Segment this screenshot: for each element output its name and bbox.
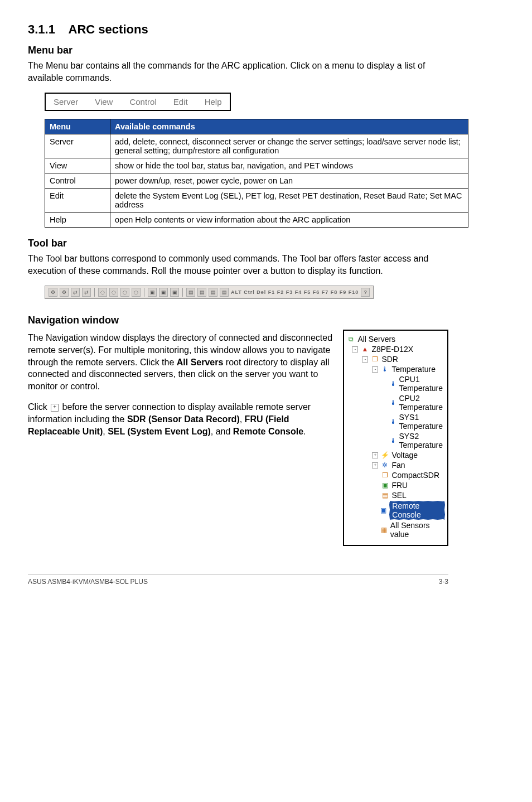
toolbar-icon[interactable]: ⇄ xyxy=(71,288,80,297)
sdr-icon: ❐ xyxy=(370,355,379,364)
console-icon: ▣ xyxy=(380,506,388,515)
toolbar-icon[interactable]: ◌ xyxy=(98,288,107,297)
section-title: ARC sections xyxy=(69,22,148,36)
tree-server[interactable]: - ▲ Z8PE-D12X xyxy=(346,344,445,354)
toolbar-icon[interactable]: ▤ xyxy=(186,288,195,297)
sel-bold: SEL (System Event Log) xyxy=(108,427,211,436)
cell-menu: View xyxy=(45,158,110,173)
thermometer-icon: 🌡 xyxy=(390,417,396,426)
tree-label: Fan xyxy=(391,461,405,470)
thermometer-icon: 🌡 xyxy=(390,436,396,445)
footer-right: 3-3 xyxy=(439,578,448,586)
collapse-icon[interactable]: - xyxy=(372,366,378,373)
remote-console-bold: Remote Console xyxy=(233,427,303,436)
table-row: Server add, delete, connect, disconnect … xyxy=(45,134,468,158)
tree-sys1[interactable]: 🌡 SYS1 Temperature xyxy=(346,412,445,431)
tree-compactsdr[interactable]: ❐ CompactSDR xyxy=(346,470,445,480)
fan-icon: ✲ xyxy=(380,461,389,470)
expand-icon[interactable]: + xyxy=(372,462,378,468)
table-row: View show or hide the tool bar, status b… xyxy=(45,158,468,173)
toolbar-separator xyxy=(144,288,144,297)
tree-sel[interactable]: ▤ SEL xyxy=(346,490,445,500)
navigation-p1: The Navigation window displays the direc… xyxy=(28,332,338,392)
collapse-icon[interactable]: - xyxy=(362,356,368,363)
toolbar-icon[interactable]: ▤ xyxy=(197,288,206,297)
toolbar-separator xyxy=(94,288,95,297)
menu-view[interactable]: View xyxy=(95,97,113,107)
tree-label: SYS1 Temperature xyxy=(399,413,445,431)
table-row: Edit delete the System Event Log (SEL), … xyxy=(45,189,468,212)
tree-label: All Servers xyxy=(357,335,395,344)
tree-label: CPU2 Temperature xyxy=(399,394,445,412)
tree-label: Temperature xyxy=(391,365,436,374)
cell-menu: Server xyxy=(45,134,110,158)
text: , xyxy=(103,427,108,436)
tree-label: Voltage xyxy=(391,451,418,460)
menu-help[interactable]: Help xyxy=(205,97,222,107)
tree-label: CompactSDR xyxy=(391,471,439,480)
tree-label: SEL xyxy=(391,491,406,500)
tree-sys2[interactable]: 🌡 SYS2 Temperature xyxy=(346,431,445,450)
menu-edit[interactable]: Edit xyxy=(173,97,188,107)
all-servers-bold: All Servers xyxy=(177,357,224,367)
tree-cpu2[interactable]: 🌡 CPU2 Temperature xyxy=(346,393,445,412)
expand-icon[interactable]: + xyxy=(372,452,378,458)
toolbar-body: The Tool bar buttons correspond to commo… xyxy=(28,253,448,277)
tree-label: CPU1 Temperature xyxy=(399,375,445,393)
tree-fru[interactable]: ▣ FRU xyxy=(346,480,445,490)
tree-label: SDR xyxy=(381,355,398,364)
page-footer: ASUS ASMB4-iKVM/ASMB4-SOL PLUS 3-3 xyxy=(28,574,448,586)
toolbar-icon[interactable]: ◌ xyxy=(132,288,141,297)
sel-icon: ▤ xyxy=(380,491,389,500)
text: . xyxy=(303,427,306,436)
commands-table: Menu Available commands Server add, dele… xyxy=(45,119,468,228)
tree-sdr[interactable]: - ❐ SDR xyxy=(346,354,445,364)
toolbar-icon[interactable]: ▣ xyxy=(159,288,168,297)
tree-label: SYS2 Temperature xyxy=(399,432,445,450)
tree-all-sensors[interactable]: ▦ All Sensors value xyxy=(346,520,445,539)
toolbar-icon[interactable]: ⚙ xyxy=(49,288,57,297)
toolbar-icon[interactable]: ⇄ xyxy=(82,288,91,297)
tree-remote-console[interactable]: ▣ Remote Console xyxy=(346,500,445,520)
th-avail: Available commands xyxy=(110,119,468,134)
collapse-icon[interactable]: - xyxy=(352,346,358,352)
toolbar-icon[interactable]: ▤ xyxy=(220,288,229,297)
toolbar-icon[interactable]: ◌ xyxy=(109,288,118,297)
toolbar-separator xyxy=(182,288,183,297)
tree-fan[interactable]: + ✲ Fan xyxy=(346,460,445,470)
csdr-icon: ❐ xyxy=(380,471,389,480)
toolbar-title: Tool bar xyxy=(28,238,448,249)
thermometer-icon: 🌡 xyxy=(390,379,396,388)
tree-root[interactable]: ⧉ All Servers xyxy=(346,334,445,344)
plus-icon: + xyxy=(51,404,59,412)
section-heading: 3.1.1 ARC sections xyxy=(28,22,448,37)
cell-desc: power down/up, reset, power cycle, power… xyxy=(110,173,468,189)
table-row: Help open Help contents or view informat… xyxy=(45,212,468,228)
tree-voltage[interactable]: + ⚡ Voltage xyxy=(346,450,445,460)
cell-desc: delete the System Event Log (SEL), PET l… xyxy=(110,189,468,212)
toolbar-key-labels: ALT Ctrl Del F1 F2 F3 F4 F5 F6 F7 F8 F9 … xyxy=(231,289,359,295)
menubar-screenshot: Server View Control Edit Help xyxy=(45,93,231,111)
toolbar-icon[interactable]: ⚙ xyxy=(60,288,69,297)
tree-label: FRU xyxy=(391,481,408,490)
server-icon: ▲ xyxy=(360,345,369,354)
toolbar-icon[interactable]: ◌ xyxy=(120,288,129,297)
navigation-p2: Click + before the server connection to … xyxy=(28,401,338,437)
toolbar-icon[interactable]: ▣ xyxy=(170,288,179,297)
menu-server[interactable]: Server xyxy=(54,97,78,107)
toolbar-screenshot: ⚙ ⚙ ⇄ ⇄ ◌ ◌ ◌ ◌ ▣ ▣ ▣ ▤ ▤ ▤ ▤ ALT Ctrl D… xyxy=(45,286,374,299)
toolbar-icon[interactable]: ▤ xyxy=(209,288,217,297)
toolbar-icon[interactable]: ▣ xyxy=(148,288,157,297)
th-menu: Menu xyxy=(45,119,110,134)
text: Click xyxy=(28,402,50,412)
menu-control[interactable]: Control xyxy=(129,97,156,107)
sdr-bold: SDR (Sensor Data Record) xyxy=(127,414,240,424)
thermometer-icon: 🌡 xyxy=(380,365,389,374)
servers-icon: ⧉ xyxy=(346,335,355,344)
footer-left: ASUS ASMB4-iKVM/ASMB4-SOL PLUS xyxy=(28,578,148,586)
tree-cpu1[interactable]: 🌡 CPU1 Temperature xyxy=(346,374,445,393)
toolbar-icon[interactable]: ? xyxy=(361,288,370,297)
navigation-title: Navigation window xyxy=(28,315,448,326)
tree-temperature[interactable]: - 🌡 Temperature xyxy=(346,364,445,374)
table-row: Control power down/up, reset, power cycl… xyxy=(45,173,468,189)
